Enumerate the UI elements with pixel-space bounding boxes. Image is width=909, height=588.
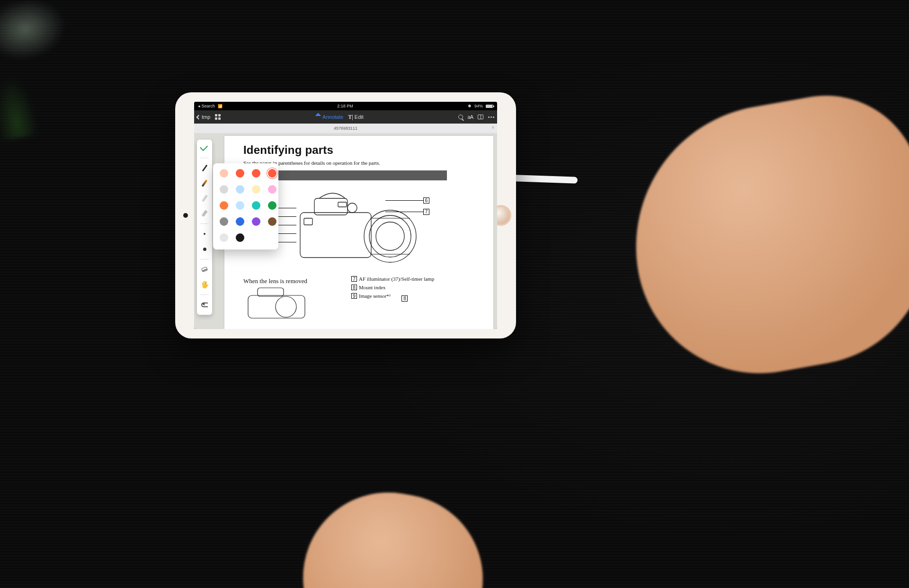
done-button[interactable] <box>199 143 210 153</box>
svg-rect-10 <box>258 288 284 296</box>
wifi-icon <box>218 104 223 108</box>
legend-number: 7 <box>351 276 357 282</box>
page-lead: See the pages in parentheses for details… <box>243 160 480 167</box>
appearance-button[interactable]: aA <box>468 114 473 120</box>
svg-rect-5 <box>304 218 312 225</box>
color-swatch[interactable] <box>236 169 244 178</box>
marker-icon <box>201 195 207 202</box>
battery-percent: 94% <box>474 104 483 108</box>
text-size-label: aA <box>468 114 473 120</box>
color-swatch[interactable] <box>236 185 244 194</box>
camera-diagram: 12345 6 7 <box>243 180 480 275</box>
color-swatch[interactable] <box>252 185 260 194</box>
more-button[interactable] <box>488 116 494 118</box>
document-title: 4576983111 <box>334 126 357 131</box>
diagram-label: 6 <box>423 197 429 204</box>
separator <box>200 294 209 295</box>
color-swatch[interactable] <box>268 217 276 226</box>
camera-illustration <box>281 184 433 274</box>
stroke-small[interactable] <box>199 229 210 239</box>
svg-rect-7 <box>338 202 347 207</box>
color-swatch[interactable] <box>220 169 228 178</box>
edit-label: Edit <box>355 114 364 120</box>
legend-text: Mount index <box>359 285 386 290</box>
outline-button[interactable] <box>478 115 483 119</box>
legend-number: 9 <box>351 293 357 299</box>
legend-item: 9Image sensor*² <box>351 292 434 301</box>
document-area[interactable]: Identifying parts See the pages in paren… <box>194 133 497 329</box>
legend-text: Image sensor*² <box>359 293 391 299</box>
pan-tool[interactable] <box>199 279 210 290</box>
parts-legend: 7AF illuminator (37)/Self-timer lamp8Mou… <box>351 275 434 321</box>
annotate-label: Annotate <box>322 114 343 120</box>
pen-tool-selected[interactable] <box>199 178 210 188</box>
pen-color-icon <box>202 179 207 187</box>
photo-background: ◂ Search 2:18 PM ✱ 94% tmp <box>0 0 909 588</box>
eraser-tool[interactable] <box>199 264 210 275</box>
highlighter-icon <box>202 210 208 217</box>
svg-point-6 <box>348 203 357 213</box>
undo-button[interactable] <box>199 300 210 310</box>
svg-rect-0 <box>300 213 371 258</box>
separator <box>200 223 209 224</box>
svg-point-4 <box>376 222 404 250</box>
leader-line <box>277 225 296 225</box>
battery-icon <box>486 105 493 108</box>
camera-body-illustration <box>243 286 329 319</box>
color-swatch[interactable] <box>252 169 260 178</box>
edit-mode-button[interactable]: T| Edit <box>348 114 364 121</box>
back-button[interactable]: tmp <box>197 114 210 120</box>
pen-thin-icon <box>202 165 207 172</box>
leader-line <box>385 200 423 201</box>
grid-icon <box>215 114 221 120</box>
ipad-device: ◂ Search 2:18 PM ✱ 94% tmp <box>175 92 516 339</box>
highlighter-tool[interactable] <box>199 208 210 219</box>
color-swatch[interactable] <box>252 201 260 210</box>
separator <box>200 158 209 158</box>
svg-point-3 <box>369 215 411 257</box>
marker-tool[interactable] <box>199 193 210 204</box>
color-swatch[interactable] <box>220 201 228 210</box>
color-swatch[interactable] <box>220 233 228 242</box>
color-swatch[interactable] <box>268 201 276 210</box>
color-swatch[interactable] <box>236 217 244 226</box>
back-label: tmp <box>202 114 210 120</box>
leader-line <box>277 208 296 208</box>
pen-icon <box>314 113 322 121</box>
screen: ◂ Search 2:18 PM ✱ 94% tmp <box>194 102 497 329</box>
color-swatch[interactable] <box>236 201 244 210</box>
color-swatch[interactable] <box>268 185 276 194</box>
legend-text: AF illuminator (37)/Self-timer lamp <box>359 276 434 282</box>
back-to-app[interactable]: ◂ Search <box>198 104 215 108</box>
leader-line <box>277 216 296 217</box>
leader-line <box>277 233 296 234</box>
leader-line <box>277 242 296 242</box>
check-icon <box>200 143 208 151</box>
diagram-label: 7 <box>423 209 429 215</box>
more-icon <box>488 116 494 118</box>
search-button[interactable] <box>458 115 463 119</box>
documents-grid-button[interactable] <box>215 114 221 120</box>
status-bar: ◂ Search 2:18 PM ✱ 94% <box>194 102 497 110</box>
app-toolbar: tmp Annotate T| Edit <box>194 110 497 124</box>
plant-decoration <box>0 0 116 142</box>
hand-icon <box>201 280 209 289</box>
subheading: When the lens is removed <box>243 277 338 285</box>
stroke-large[interactable] <box>199 244 210 254</box>
bluetooth-icon: ✱ <box>468 104 472 108</box>
color-swatch[interactable] <box>220 217 228 226</box>
color-swatch[interactable] <box>268 169 276 178</box>
annotation-toolbar <box>197 140 212 315</box>
color-swatch[interactable] <box>252 217 260 226</box>
annotate-mode-button[interactable]: Annotate <box>315 114 343 120</box>
document-tab[interactable]: 4576983111 × <box>194 124 497 133</box>
undo-icon <box>201 303 208 307</box>
pen-tool[interactable] <box>199 163 210 173</box>
color-swatch[interactable] <box>236 233 244 242</box>
close-tab-button[interactable]: × <box>491 125 494 130</box>
dot-large-icon <box>203 248 206 251</box>
svg-point-9 <box>276 296 296 317</box>
color-swatch[interactable] <box>220 185 228 194</box>
book-icon <box>478 115 483 119</box>
text-icon: T| <box>348 114 353 121</box>
